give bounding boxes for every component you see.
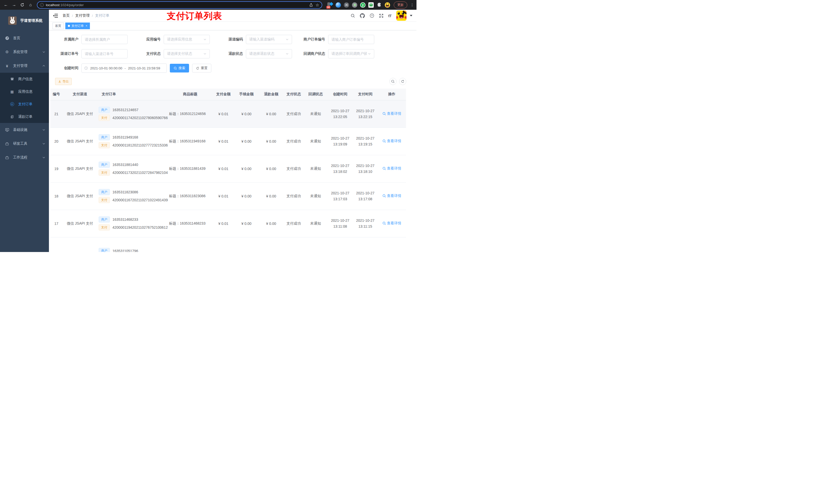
chevron-down-icon: [42, 128, 45, 131]
cell-created-time: 2021-10-2713:19:09: [327, 127, 353, 155]
address-bar[interactable]: i localhost:1024/pay/order ☆: [37, 1, 322, 9]
sidebar-item-infra[interactable]: 基础设施: [0, 123, 49, 137]
site-info-icon[interactable]: i: [40, 3, 44, 7]
home-button[interactable]: ⌂: [27, 2, 34, 8]
column-header: 退款金额: [259, 89, 284, 100]
sidebar-item-devtools[interactable]: 研发工具: [0, 137, 49, 150]
sidebar-item-pay[interactable]: ¥ 支付管理: [0, 59, 49, 73]
pay-status-select[interactable]: 请选择支付状态: [164, 49, 210, 58]
filter-row-1: 所属商户 应用编号 请选择应用信息 渠道编码 请输入渠道编码: [55, 35, 416, 44]
tab-pay-order[interactable]: 支付订单 ×: [65, 23, 90, 29]
merchant-order-no-input[interactable]: [328, 35, 374, 44]
cell-title: 标题：1635311949168: [168, 127, 213, 155]
share-icon[interactable]: [309, 3, 313, 7]
menu-fold-icon[interactable]: [53, 14, 58, 18]
extension-icon-tags[interactable]: 10: [327, 2, 333, 8]
browser-toolbar: ← → ⌂ i localhost:1024/pay/order ☆ 10 ⌘ …: [0, 0, 416, 10]
view-detail-link[interactable]: 查看详情: [382, 194, 401, 198]
reload-button[interactable]: [19, 2, 26, 8]
gear-icon: ⚙: [5, 50, 9, 54]
extension-badge: 10: [326, 6, 330, 9]
column-header: 编号: [50, 89, 63, 100]
close-icon[interactable]: ×: [86, 24, 87, 28]
view-detail-link[interactable]: 查看详情: [382, 139, 401, 143]
chevron-down-icon: [42, 142, 45, 145]
extensions-puzzle-icon[interactable]: [377, 2, 382, 8]
channel-code-select[interactable]: 请输入渠道编码: [246, 35, 292, 44]
sidebar-item-label: 首页: [13, 36, 20, 41]
column-header: 商品标题: [168, 89, 213, 100]
cell-id: 21: [50, 100, 63, 127]
view-detail-link[interactable]: 查看详情: [382, 221, 401, 225]
breadcrumb-home[interactable]: 首页: [63, 13, 70, 18]
sidebar-item-label: 支付管理: [13, 64, 27, 68]
refresh-table-button[interactable]: [399, 78, 406, 85]
order-line: 支付4200001194202110276752100612: [99, 224, 167, 231]
user-caret-icon[interactable]: [410, 15, 412, 16]
extension-icon-command[interactable]: ⌘: [344, 2, 349, 8]
filter-refund-status: 退款状态 请选择退款状态: [219, 49, 292, 58]
user-avatar[interactable]: [396, 10, 406, 21]
extension-icon-balloon[interactable]: [336, 2, 341, 8]
cell-action: 查看详情: [378, 210, 406, 237]
search-icon: [382, 167, 386, 170]
bookmark-star-icon[interactable]: ☆: [315, 3, 319, 7]
merchant-input[interactable]: [81, 35, 127, 44]
sidebar-item-label: 研发工具: [13, 141, 27, 146]
sidebar-item-merchant-info[interactable]: 商户信息: [0, 73, 49, 85]
cell-empty: [234, 237, 259, 252]
yen-circle-icon: ¥: [10, 102, 14, 106]
sidebar-item-pay-order[interactable]: ¥ 支付订单: [0, 98, 49, 111]
order-number: 1635311823086: [113, 190, 138, 194]
sidebar-item-system[interactable]: ⚙ 系统管理: [0, 45, 49, 59]
extension-icon-emoji[interactable]: [385, 2, 390, 8]
help-icon[interactable]: ?: [370, 13, 374, 18]
export-button[interactable]: 导出: [55, 78, 72, 85]
download-icon: [58, 80, 61, 83]
extension-icon-recorder[interactable]: [352, 2, 357, 8]
pay-tag: 支付: [99, 115, 110, 121]
cell-pay-order: 商户1635311823086支付42000011672021102710224…: [97, 182, 168, 210]
merchant-tag: 商户: [99, 107, 110, 113]
cell-notify-status: 未通知: [304, 127, 327, 155]
date-range-input[interactable]: 2021-10-01 00:00:00 - 2021-10-31 23:59:5…: [81, 64, 167, 73]
search-button[interactable]: 搜索: [170, 64, 189, 72]
clock-icon: [84, 66, 88, 70]
view-detail-link[interactable]: 查看详情: [382, 112, 401, 116]
cell-empty: [259, 237, 284, 252]
cell-paid-time: 2021-10-2713:22:15: [353, 100, 378, 127]
order-line: 支付4200001173202110272847982104: [99, 170, 167, 176]
refund-status-select[interactable]: 请选择退款状态: [246, 49, 292, 58]
cell-action: 查看详情: [378, 100, 406, 127]
filter-row-2: 渠道订单号 支付状态 请选择支付状态 退款状态 请选择退款状态: [55, 49, 416, 58]
sidebar-item-refund-order[interactable]: 退款订单: [0, 111, 49, 123]
cell-fee: ¥ 0.00: [234, 210, 259, 237]
pay-tag: 支付: [99, 142, 110, 148]
forward-button[interactable]: →: [11, 2, 18, 8]
table-row: 17微信 JSAPI 支付商户1635311468233支付4200001194…: [50, 210, 406, 237]
browser-update-button[interactable]: 更新: [394, 2, 407, 8]
sidebar-item-workflow[interactable]: 工作流程: [0, 150, 49, 164]
breadcrumb-pay[interactable]: 支付管理: [75, 13, 90, 18]
github-icon[interactable]: [360, 13, 365, 18]
app-select[interactable]: 请选择应用信息: [164, 35, 210, 44]
pay-tag: 支付: [99, 197, 110, 203]
cell-empty: [284, 237, 304, 252]
reset-button[interactable]: 重置: [192, 64, 211, 72]
extensions-area: 10 ⌘ y: [327, 2, 390, 8]
view-detail-link[interactable]: 查看详情: [382, 166, 401, 171]
browser-menu-icon[interactable]: ⋮: [410, 3, 414, 7]
extension-icon-y[interactable]: y: [360, 2, 365, 8]
sidebar-item-app-info[interactable]: ▦ 应用信息: [0, 85, 49, 98]
notify-status-select[interactable]: 请选择订单回调商户状态: [328, 49, 374, 58]
extension-icon-chat[interactable]: [368, 2, 374, 8]
tab-home[interactable]: 首页: [52, 23, 64, 29]
column-header: 支付时间: [353, 89, 378, 100]
hide-search-button[interactable]: [389, 78, 397, 85]
back-button[interactable]: ←: [3, 2, 9, 8]
font-size-icon[interactable]: tT: [388, 14, 391, 18]
sidebar-item-home[interactable]: 首页: [0, 31, 49, 45]
fullscreen-icon[interactable]: [379, 14, 383, 18]
search-icon[interactable]: [351, 14, 355, 18]
channel-order-no-input[interactable]: [81, 49, 127, 58]
